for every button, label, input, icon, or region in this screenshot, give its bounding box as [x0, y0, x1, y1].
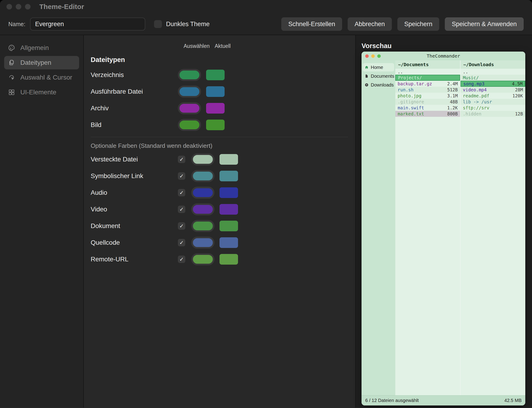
preview-zoom-icon [377, 54, 381, 58]
button-schnell-erstellen[interactable]: Schnell-Erstellen [281, 17, 342, 31]
color-swatch-current [220, 221, 238, 231]
pane-path-right: ~/Downloads [461, 60, 525, 69]
optional-colors-heading: Optionale Farben (Standard wenn deaktivi… [91, 142, 355, 149]
sidebar-item-auswahl-cursor[interactable]: Auswahl & Cursor [4, 71, 79, 84]
cursor-click-icon [8, 74, 15, 81]
toolbar-buttons: Schnell-ErstellenAbbrechenSpeichernSpeic… [276, 17, 524, 31]
file-name: backup.tar.gz [398, 81, 432, 86]
column-header-current: Aktuell [208, 43, 237, 49]
file-row[interactable]: photo.jpg3.1M [395, 93, 460, 99]
file-name: .. [463, 69, 468, 74]
optional-color-checkbox[interactable]: ✓ [178, 255, 185, 263]
filetype-row: Archiv [91, 100, 355, 117]
pane-empty-area [395, 117, 460, 395]
file-row[interactable]: .. [395, 69, 460, 75]
file-size: 800B [447, 111, 458, 116]
file-row[interactable]: video.mp428M [461, 87, 525, 93]
filetype-label: Archiv [91, 104, 178, 112]
palette-icon [8, 44, 15, 51]
preview-sidebar-item-documents[interactable]: Documents [363, 72, 394, 80]
file-size: 120K [512, 93, 523, 98]
file-pane-left: ~/Documents ..Projects/backup.tar.gz2.4M… [395, 60, 461, 395]
name-label: Name: [8, 21, 25, 27]
color-well-select[interactable] [191, 170, 214, 182]
pane-empty-area [461, 117, 525, 395]
swatch-column-headers: Auswählen Aktuell [91, 43, 355, 50]
color-well-select[interactable] [191, 153, 214, 165]
file-row[interactable]: run.sh512B [395, 87, 460, 93]
file-row[interactable]: sftp://srv [461, 105, 525, 111]
close-icon[interactable] [7, 4, 12, 9]
color-well-select[interactable] [191, 203, 214, 215]
optional-color-checkbox[interactable]: ✓ [178, 189, 185, 196]
preview-sidebar-item-downloads[interactable]: Downloads [363, 81, 394, 89]
filetype-row: Verzeichnis [91, 67, 355, 83]
sidebar-item-label: Auswahl & Cursor [20, 74, 72, 81]
statusbar-selection-count: 6 / 12 Dateien ausgewählt [365, 398, 419, 403]
sidebar-item-allgemein[interactable]: Allgemein [4, 41, 79, 55]
optional-color-checkbox[interactable]: ✓ [178, 222, 185, 230]
files-icon [8, 59, 15, 66]
theme-name-input[interactable] [30, 17, 145, 31]
preview-content: HomeDocumentsDownloads ~/Documents ..Pro… [362, 60, 525, 395]
file-row[interactable]: marked.txt800B [395, 111, 460, 117]
button-speichern[interactable]: Speichern [397, 17, 439, 31]
file-size: 28M [515, 87, 523, 92]
theme-editor-window: Theme-Editor Name: Dunkles Theme Schnell… [0, 0, 532, 408]
file-row[interactable]: backup.tar.gz2.4M [395, 81, 460, 87]
file-row[interactable]: .hidden12B [461, 111, 525, 117]
filetype-label: Verzeichnis [91, 71, 178, 79]
minimize-icon[interactable] [16, 4, 21, 9]
file-size: 3.1M [447, 93, 458, 98]
file-name: .gitignore [398, 99, 424, 104]
preview-heading: Vorschau [362, 42, 532, 50]
color-well-select[interactable] [178, 85, 201, 98]
sidebar-item-dateitypen[interactable]: Dateitypen [4, 56, 79, 69]
file-row[interactable]: readme.pdf120K [461, 93, 525, 99]
color-well-select[interactable] [178, 119, 201, 131]
color-well-select[interactable] [191, 220, 214, 232]
file-row[interactable]: lib -> /usr [461, 99, 525, 105]
color-well-select[interactable] [178, 102, 201, 114]
preview-sidebar-label: Documents [371, 74, 394, 79]
color-well-select[interactable] [191, 253, 214, 265]
dark-theme-checkbox[interactable] [154, 20, 162, 28]
optional-color-checkbox[interactable]: ✓ [178, 172, 185, 180]
optional-color-checkbox[interactable]: ✓ [178, 239, 185, 246]
file-row[interactable]: .. [461, 69, 525, 75]
file-row[interactable]: .gitignore48B [395, 99, 460, 105]
window-header: Theme-Editor Name: Dunkles Theme Schnell… [0, 0, 532, 35]
button-abbrechen[interactable]: Abbrechen [348, 17, 392, 31]
button-speichern-anwenden[interactable]: Speichern & Anwenden [445, 17, 524, 31]
preview-sidebar-item-home[interactable]: Home [363, 63, 394, 71]
pane-path-left: ~/Documents [395, 60, 460, 69]
file-row[interactable]: main.swift1.2K [395, 105, 460, 111]
optional-color-label: Dokument [91, 222, 178, 230]
preview-sidebar-label: Downloads [371, 82, 394, 88]
file-name: marked.txt [398, 111, 424, 116]
file-size: 4.5M [512, 81, 523, 86]
color-swatch-current [206, 103, 225, 114]
sidebar-item-ui-elemente[interactable]: UI-Elemente [4, 85, 79, 99]
optional-color-checkbox[interactable]: ✓ [178, 206, 185, 213]
preview-titlebar: TheCommander [362, 51, 525, 60]
file-row[interactable]: song.mp34.5M [461, 81, 525, 87]
file-pane-right: ~/Downloads ..Music/song.mp34.5Mvideo.mp… [461, 60, 525, 395]
color-well-select[interactable] [178, 69, 201, 81]
optional-color-row: Video✓ [91, 201, 355, 218]
file-name: video.mp4 [463, 87, 487, 92]
color-well-select[interactable] [191, 237, 214, 249]
file-name: lib -> /usr [463, 99, 492, 104]
file-size: 48B [450, 99, 458, 104]
zoom-icon[interactable] [25, 4, 31, 9]
color-swatch-current [220, 154, 238, 165]
file-name: song.mp3 [463, 81, 485, 86]
optional-color-label: Remote-URL [91, 255, 178, 263]
statusbar-total-size: 42.5 MB [505, 398, 522, 403]
optional-color-checkbox[interactable]: ✓ [178, 156, 185, 163]
file-row[interactable]: Music/ [461, 75, 525, 81]
color-well-select[interactable] [191, 187, 214, 199]
file-row[interactable]: Projects/ [395, 75, 460, 81]
filetypes-heading: Dateitypen [91, 56, 355, 64]
color-swatch-current [220, 171, 238, 181]
